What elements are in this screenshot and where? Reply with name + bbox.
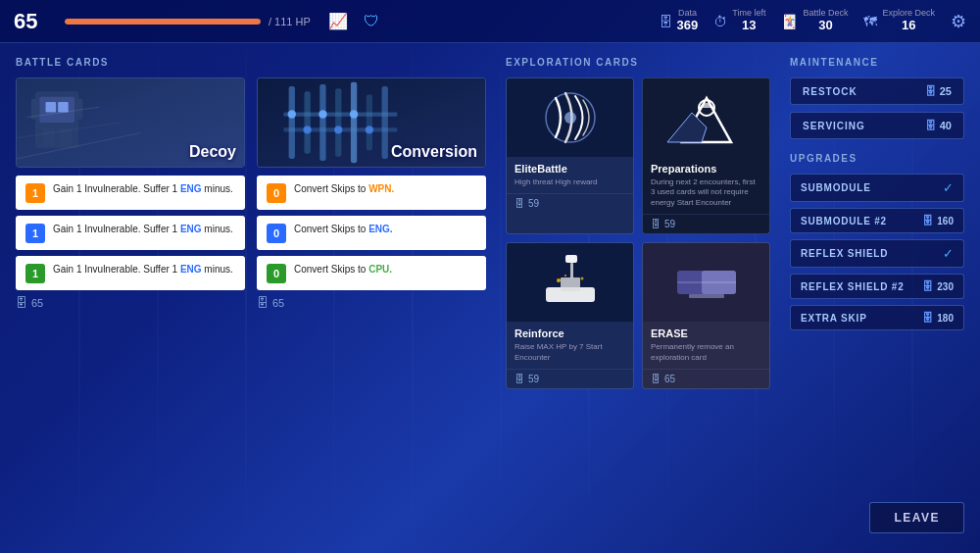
- decoy-variant-3[interactable]: 1 Gain 1 Invulnerable. Suffer 1 ENG minu…: [16, 256, 245, 290]
- svg-rect-5: [58, 102, 69, 113]
- elite-cost-icon: 🗄: [514, 198, 524, 209]
- time-stat: ⏱ Time left 13: [713, 9, 765, 33]
- data-stat: 🗄 Data 369: [659, 9, 699, 33]
- decoy-variant-1[interactable]: 1 Gain 1 Invulnerable. Suffer 1 ENG minu…: [16, 176, 245, 210]
- decoy-v1-badge: 1: [25, 183, 45, 203]
- elite-battle-body: EliteBattle High threat High reward: [507, 157, 633, 193]
- restock-cost-val: 25: [940, 85, 952, 97]
- erase-title: ERASE: [651, 327, 761, 339]
- reinforce-cost-icon: 🗄: [514, 374, 524, 384]
- conversion-card[interactable]: Conversion: [257, 77, 486, 168]
- reinforce-body: Reinforce Raise MAX HP by 7 Start Encoun…: [507, 322, 633, 369]
- svg-rect-41: [570, 263, 573, 278]
- conv-v2-badge: 0: [267, 224, 286, 243]
- conv-v2-text: Convert Skips to ENG.: [294, 223, 393, 236]
- exploration-cards-grid: EliteBattle High threat High reward 🗄 59: [506, 77, 770, 389]
- decoy-card[interactable]: Decoy: [16, 77, 245, 168]
- restock-button[interactable]: RESTOCK 🗄 25: [790, 77, 964, 105]
- decoy-art-area: Decoy: [17, 78, 244, 167]
- reflex-shield2-cost-val: 230: [937, 281, 954, 292]
- servicing-cost: 🗄 40: [925, 120, 952, 131]
- exploration-cards-section: EXPLORATION CARDS: [506, 57, 770, 539]
- reinforce-art: [507, 243, 633, 322]
- reflex-shield2-button[interactable]: REFLEX SHIELD #2 🗄 230: [790, 274, 964, 299]
- main-content: BATTLE CARDS: [0, 43, 980, 553]
- svg-rect-8: [42, 127, 55, 146]
- preparations-card[interactable]: Preparations During next 2 encounters, f…: [642, 77, 770, 234]
- preparations-cost: 🗄 59: [643, 214, 769, 233]
- trend-icon: 📈: [328, 12, 348, 30]
- extra-skip-cost-icon: 🗄: [922, 312, 933, 324]
- erase-card[interactable]: ERASE Permanently remove an exploration …: [642, 242, 770, 389]
- reflex-shield2-cost: 🗄 230: [922, 280, 954, 292]
- svg-point-44: [564, 275, 566, 276]
- preparations-art: [643, 78, 769, 157]
- svg-point-24: [288, 110, 296, 118]
- elite-battle-card[interactable]: EliteBattle High threat High reward 🗄 59: [506, 77, 634, 234]
- conversion-variant-1[interactable]: 0 Convert Skips to WPN.: [257, 176, 486, 210]
- conv-v3-badge: 0: [267, 264, 286, 283]
- submodule-check: ✓: [943, 180, 954, 195]
- decoy-v3-badge: 1: [25, 264, 45, 283]
- svg-point-26: [350, 110, 358, 118]
- prep-cost-icon: 🗄: [651, 219, 661, 229]
- top-bar: 65 / 111 HP 📈 🛡 🗄 Data 369 ⏱ Time left 1…: [0, 0, 980, 43]
- submodule2-button[interactable]: SUBMODULE #2 🗄 160: [790, 208, 964, 233]
- extra-skip-cost-val: 180: [937, 313, 954, 324]
- submodule-button[interactable]: SUBMODULE ✓: [790, 174, 964, 202]
- conversion-cost: 65: [272, 297, 284, 309]
- preparations-desc: During next 2 encounters, first 3 used c…: [651, 177, 761, 208]
- preparations-art-svg: [648, 78, 765, 157]
- svg-point-42: [557, 278, 561, 282]
- player-level: 65: [14, 9, 49, 34]
- decoy-v3-text: Gain 1 Invulnerable. Suffer 1 ENG minus.: [53, 263, 233, 276]
- decoy-cost: 65: [31, 297, 43, 309]
- leave-button[interactable]: LEAVE: [869, 502, 964, 533]
- decoy-card-column: Decoy 1 Gain 1 Invulnerable. Suffer 1 EN…: [16, 77, 245, 310]
- servicing-cost-val: 40: [940, 120, 952, 131]
- svg-rect-20: [367, 95, 372, 151]
- reflex-shield-button[interactable]: REFLEX SHIELD ✓: [790, 239, 964, 268]
- svg-rect-19: [351, 82, 357, 163]
- extra-skip-cost: 🗄 180: [922, 312, 954, 324]
- preparations-body: Preparations During next 2 encounters, f…: [643, 157, 769, 214]
- decoy-variant-2[interactable]: 1 Gain 1 Invulnerable. Suffer 1 ENG minu…: [16, 216, 245, 250]
- prep-cost-val: 59: [664, 219, 675, 229]
- decoy-v2-text: Gain 1 Invulnerable. Suffer 1 ENG minus.: [53, 223, 233, 236]
- hp-bar-background: [65, 19, 261, 25]
- erase-art-svg: [648, 243, 765, 322]
- elite-battle-desc: High threat High reward: [514, 177, 625, 187]
- svg-rect-16: [304, 91, 310, 153]
- clock-icon: ⏱: [713, 14, 727, 29]
- svg-rect-4: [46, 102, 57, 113]
- svg-rect-17: [319, 84, 325, 161]
- erase-cost-icon: 🗄: [651, 374, 661, 384]
- submodule2-cost: 🗄 160: [922, 215, 954, 226]
- conversion-card-column: Conversion 0 Convert Skips to WPN. 0 Con…: [257, 77, 486, 310]
- conv-v3-text: Convert Skips to CPU.: [294, 263, 392, 276]
- settings-button[interactable]: ⚙: [951, 11, 966, 32]
- reinforce-card[interactable]: Reinforce Raise MAX HP by 7 Start Encoun…: [506, 242, 634, 389]
- submodule2-cost-icon: 🗄: [922, 215, 933, 226]
- svg-rect-15: [289, 86, 295, 159]
- upgrades-title: UPGRADES: [790, 153, 964, 164]
- conversion-variant-2[interactable]: 0 Convert Skips to ENG.: [257, 216, 486, 250]
- svg-point-43: [580, 277, 583, 280]
- svg-point-28: [334, 126, 342, 133]
- preparations-title: Preparations: [651, 163, 761, 175]
- erase-art: [643, 243, 769, 322]
- shield-icon: 🛡: [364, 13, 379, 30]
- servicing-button[interactable]: SERVICING 🗄 40: [790, 112, 964, 139]
- conversion-variant-3[interactable]: 0 Convert Skips to CPU.: [257, 256, 486, 290]
- conv-v1-badge: 0: [267, 183, 286, 203]
- hp-bar-fill: [65, 19, 261, 25]
- svg-rect-21: [382, 86, 388, 159]
- restock-cost-icon: 🗄: [925, 85, 936, 97]
- servicing-label: SERVICING: [803, 121, 865, 131]
- svg-point-27: [303, 126, 311, 133]
- reinforce-cost-val: 59: [528, 374, 539, 384]
- erase-cost: 🗄 65: [643, 369, 769, 388]
- conversion-cost-row: 🗄 65: [257, 296, 486, 310]
- decoy-v2-badge: 1: [25, 224, 45, 243]
- extra-skip-button[interactable]: EXTRA SKIP 🗄 180: [790, 305, 964, 330]
